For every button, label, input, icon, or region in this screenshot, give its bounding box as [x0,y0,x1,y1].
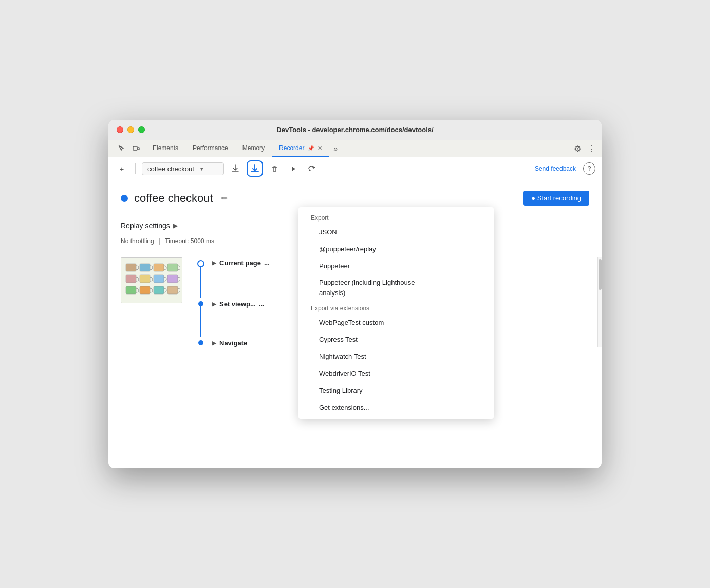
scrollbar-thumb[interactable] [599,259,602,290]
main-content: coffee checkout ✏ ● Start recording Repl… [108,180,602,468]
scrollbar[interactable] [597,257,602,347]
svg-rect-9 [167,264,178,271]
title-bar: DevTools - developer.chrome.com/docs/dev… [108,120,602,140]
recording-selector[interactable]: coffee checkout ▼ [142,162,224,175]
inspect-icon[interactable] [115,141,129,156]
step-line-2 [200,306,201,337]
tabs-more-button[interactable]: » [329,141,342,156]
tab-recorder[interactable]: Recorder 📌 ✕ [272,140,329,157]
export-json-item[interactable]: JSON [298,224,494,241]
window-title: DevTools - developer.chrome.com/docs/dev… [276,126,433,134]
step-expand-3[interactable]: ▶ [212,340,216,346]
step-circle-3 [198,340,203,345]
export-puppeteer-replay-item[interactable]: @puppeteer/replay [298,241,494,258]
export-nightwatch-item[interactable]: Nightwatch Test [298,348,494,365]
send-feedback-button[interactable]: Send feedback [532,163,579,174]
step-line-1 [200,267,201,298]
export-section-1-header: Export [298,210,494,224]
step-circle-1 [197,260,204,267]
export-recording-button[interactable] [228,161,242,176]
tab-performance[interactable]: Performance [185,140,235,157]
add-recording-button[interactable]: + [115,161,129,176]
maximize-traffic-light[interactable] [138,126,145,133]
recording-status-dot [121,195,128,202]
replay-settings-label: Replay settings ▶ [121,222,178,230]
replay-button[interactable] [286,161,300,176]
settings-icon[interactable]: ⚙ [570,141,585,157]
tab-nav-area [113,141,145,156]
export-puppeteer-item[interactable]: Puppeteer [298,258,494,274]
export-section-2-header: Export via extensions [298,301,494,314]
step-circle-2 [198,301,203,306]
minimize-traffic-light[interactable] [127,126,134,133]
tab-recorder-close[interactable]: ✕ [317,145,322,151]
svg-rect-19 [126,286,136,294]
recording-title: coffee checkout [134,192,213,205]
svg-rect-3 [126,264,136,271]
devtools-window: DevTools - developer.chrome.com/docs/dev… [108,120,602,468]
export-dropdown: Export JSON @puppeteer/replay Puppeteer … [298,207,494,419]
settings-expand-arrow: ▶ [173,222,178,229]
svg-rect-15 [154,275,164,283]
step-expand-2[interactable]: ▶ [212,301,216,307]
svg-rect-11 [126,275,136,283]
svg-rect-17 [167,275,178,283]
export-download-button[interactable] [247,160,263,177]
traffic-lights [117,126,145,133]
recorder-toolbar: + coffee checkout ▼ [108,157,602,180]
svg-rect-13 [140,275,150,283]
content-area: coffee checkout ✏ ● Start recording Repl… [108,180,602,468]
svg-rect-1 [138,148,139,150]
close-traffic-light[interactable] [117,126,123,133]
help-button[interactable]: ? [583,162,595,175]
more-options-icon[interactable]: ⋮ [585,141,597,157]
chevron-down-icon: ▼ [199,166,204,172]
thumbnail-image [121,257,182,303]
delete-recording-button[interactable] [267,161,282,176]
step-expand-1[interactable]: ▶ [212,260,216,266]
svg-rect-0 [133,146,137,150]
device-icon[interactable] [129,141,143,156]
start-recording-button[interactable]: ● Start recording [523,191,589,206]
svg-rect-7 [154,264,164,271]
step-thumbnail [121,257,188,347]
export-get-extensions-item[interactable]: Get extensions... [298,399,494,416]
export-webpagetest-item[interactable]: WebPageTest custom [298,314,494,331]
export-puppeteer-lighthouse-item[interactable]: Puppeteer (including Lighthouseanalysis) [298,274,494,301]
svg-rect-23 [154,286,164,294]
toolbar-separator-1 [135,163,136,174]
edit-title-icon[interactable]: ✏ [219,192,230,205]
tab-elements[interactable]: Elements [145,140,185,157]
tab-memory[interactable]: Memory [235,140,272,157]
svg-rect-21 [140,286,150,294]
svg-rect-5 [140,264,150,271]
svg-rect-25 [167,286,178,294]
export-webdriverio-item[interactable]: WebdriverIO Test [298,365,494,382]
tabs-bar: Elements Performance Memory Recorder 📌 ✕… [108,140,602,157]
export-testing-library-item[interactable]: Testing Library [298,382,494,399]
export-cypress-item[interactable]: Cypress Test [298,331,494,348]
step-over-button[interactable] [304,161,319,176]
recording-selector-name: coffee checkout [147,165,194,173]
